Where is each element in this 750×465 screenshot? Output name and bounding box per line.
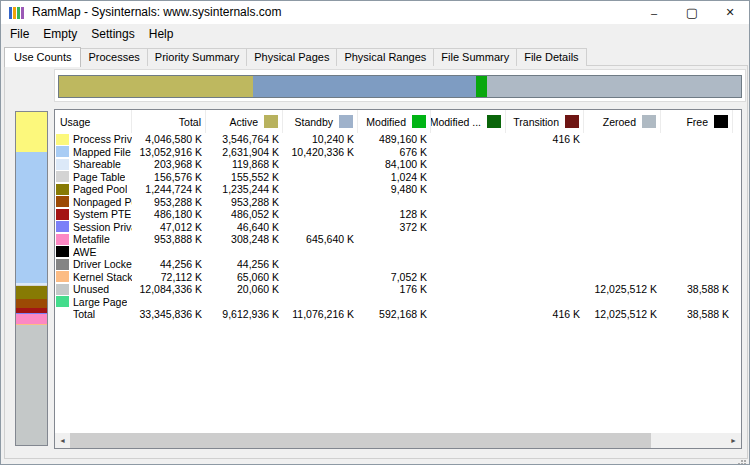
side-bar-segment-mapped-file bbox=[16, 152, 47, 283]
cell-process-private-transition: 416 K bbox=[506, 133, 584, 146]
tab-physical-pages[interactable]: Physical Pages bbox=[246, 48, 337, 66]
cell-mapped-file-zeroed bbox=[584, 146, 661, 159]
cell-session-private-standby bbox=[283, 221, 358, 234]
cell-page-table-standby bbox=[283, 171, 358, 184]
usage-label: Large Page bbox=[73, 296, 127, 309]
side-bar-segment-unused bbox=[16, 325, 47, 445]
cell-system-pte-modified bbox=[431, 208, 506, 221]
cell-page-table-transition bbox=[506, 171, 584, 184]
column-header-transition[interactable]: Transition bbox=[506, 110, 584, 133]
scrollbar-thumb[interactable] bbox=[70, 433, 651, 448]
tab-use-counts[interactable]: Use Counts bbox=[4, 47, 81, 67]
cell-mapped-file-active: 2,631,904 K bbox=[206, 146, 283, 159]
cell-unused-total: 12,084,336 K bbox=[132, 283, 206, 296]
cell-system-pte-total: 486,180 K bbox=[132, 208, 206, 221]
memory-usage-bar bbox=[58, 75, 742, 98]
table-row-total[interactable]: Total33,345,836 K9,612,936 K11,076,216 K… bbox=[55, 308, 741, 321]
cell-session-private-transition bbox=[506, 221, 584, 234]
cell-metafile-transition bbox=[506, 233, 584, 246]
cell-system-pte-standby bbox=[283, 208, 358, 221]
cell-mapped-file-transition bbox=[506, 146, 584, 159]
column-header-free[interactable]: Free bbox=[661, 110, 733, 133]
cell-driver-locked-active: 44,256 K bbox=[206, 258, 283, 271]
column-header-label: Transition bbox=[513, 116, 559, 128]
usage-swatch-mapped-file bbox=[56, 146, 69, 157]
table-row-nonpaged-pool[interactable]: Nonpaged Pool953,288 K953,288 K bbox=[55, 196, 741, 209]
horizontal-scrollbar[interactable]: ◄ ► bbox=[55, 433, 741, 448]
cell-session-private-zeroed bbox=[584, 221, 661, 234]
maximize-button[interactable]: ▢ bbox=[673, 1, 711, 24]
menu-file[interactable]: File bbox=[3, 25, 36, 44]
column-header-total[interactable]: Total bbox=[132, 110, 206, 133]
cell-unused-modified: 176 K bbox=[358, 283, 431, 296]
tab-file-summary[interactable]: File Summary bbox=[433, 48, 517, 66]
table-header-row: UsageTotalActiveStandbyModifiedModified … bbox=[55, 110, 741, 133]
cell-process-private-total: 4,046,580 K bbox=[132, 133, 206, 146]
column-header-active[interactable]: Active bbox=[206, 110, 283, 133]
column-header-zeroed[interactable]: Zeroed bbox=[584, 110, 661, 133]
tab-physical-ranges[interactable]: Physical Ranges bbox=[336, 48, 434, 66]
table-row-system-pte[interactable]: System PTE486,180 K486,052 K128 K bbox=[55, 208, 741, 221]
cell-large-page-zeroed bbox=[584, 296, 661, 309]
usage-bar-segment-zeroed bbox=[487, 76, 741, 97]
cell-mapped-file-total: 13,052,916 K bbox=[132, 146, 206, 159]
cell-kernel-stack-free bbox=[661, 271, 733, 284]
column-header-modified[interactable]: Modified ... bbox=[431, 110, 506, 133]
cell-kernel-stack-modified: 7,052 K bbox=[358, 271, 431, 284]
usage-label: AWE bbox=[73, 246, 97, 259]
scroll-right-arrow-icon[interactable]: ► bbox=[726, 433, 741, 448]
scroll-left-arrow-icon[interactable]: ◄ bbox=[55, 433, 70, 448]
cell-unused-active: 20,060 K bbox=[206, 283, 283, 296]
usage-bar-segment-standby bbox=[253, 76, 476, 97]
usage-swatch-shareable bbox=[56, 159, 69, 170]
usage-label: System PTE bbox=[73, 208, 131, 221]
cell-kernel-stack-standby bbox=[283, 271, 358, 284]
cell-paged-pool-modified: 9,480 K bbox=[358, 183, 431, 196]
column-header-usage[interactable]: Usage bbox=[55, 110, 132, 133]
cell-total-free: 38,588 K bbox=[661, 308, 733, 321]
minimize-button[interactable]: – bbox=[635, 1, 673, 24]
column-swatch-active bbox=[264, 115, 278, 128]
usage-swatch-system-pte bbox=[56, 209, 69, 220]
table-row-process-private[interactable]: Process Private4,046,580 K3,546,764 K10,… bbox=[55, 133, 741, 146]
usage-swatch-nonpaged-pool bbox=[56, 196, 69, 207]
column-header-modified[interactable]: Modified bbox=[358, 110, 431, 133]
cell-awe-transition bbox=[506, 246, 584, 259]
tab-file-details[interactable]: File Details bbox=[516, 48, 586, 66]
usage-label: Unused bbox=[73, 283, 109, 296]
cell-large-page-active bbox=[206, 296, 283, 309]
table-row-shareable[interactable]: Shareable203,968 K119,868 K84,100 K bbox=[55, 158, 741, 171]
usage-label: Session Private bbox=[73, 221, 132, 234]
usage-cell: Paged Pool bbox=[55, 183, 132, 196]
cell-awe-modified bbox=[431, 246, 506, 259]
table-row-large-page[interactable]: Large Page bbox=[55, 296, 741, 309]
table-row-session-private[interactable]: Session Private47,012 K46,640 K372 K bbox=[55, 221, 741, 234]
table-row-awe[interactable]: AWE bbox=[55, 246, 741, 259]
close-button[interactable]: ✕ bbox=[711, 1, 749, 24]
table-row-metafile[interactable]: Metafile953,888 K308,248 K645,640 K bbox=[55, 233, 741, 246]
table-row-paged-pool[interactable]: Paged Pool1,244,724 K1,235,244 K9,480 K bbox=[55, 183, 741, 196]
cell-session-private-total: 47,012 K bbox=[132, 221, 206, 234]
tab-priority-summary[interactable]: Priority Summary bbox=[147, 48, 247, 66]
column-header-label: Usage bbox=[60, 116, 90, 128]
cell-page-table-active: 155,552 K bbox=[206, 171, 283, 184]
tab-processes[interactable]: Processes bbox=[80, 48, 147, 66]
table-row-unused[interactable]: Unused12,084,336 K20,060 K176 K12,025,51… bbox=[55, 283, 741, 296]
column-header-standby[interactable]: Standby bbox=[283, 110, 358, 133]
cell-shareable-total: 203,968 K bbox=[132, 158, 206, 171]
cell-paged-pool-modified bbox=[431, 183, 506, 196]
cell-awe-standby bbox=[283, 246, 358, 259]
table-row-mapped-file[interactable]: Mapped File13,052,916 K2,631,904 K10,420… bbox=[55, 146, 741, 159]
column-swatch-modified bbox=[487, 115, 501, 128]
table-row-page-table[interactable]: Page Table156,576 K155,552 K1,024 K bbox=[55, 171, 741, 184]
menu-help[interactable]: Help bbox=[142, 25, 181, 44]
cell-driver-locked-modified bbox=[431, 258, 506, 271]
table-row-kernel-stack[interactable]: Kernel Stack72,112 K65,060 K7,052 K bbox=[55, 271, 741, 284]
usage-label: Process Private bbox=[73, 133, 132, 146]
cell-metafile-zeroed bbox=[584, 233, 661, 246]
usage-label: Nonpaged Pool bbox=[73, 196, 132, 209]
menu-empty[interactable]: Empty bbox=[36, 25, 84, 44]
table-row-driver-locked[interactable]: Driver Locked44,256 K44,256 K bbox=[55, 258, 741, 271]
menu-settings[interactable]: Settings bbox=[84, 25, 141, 44]
cell-page-table-modified bbox=[431, 171, 506, 184]
